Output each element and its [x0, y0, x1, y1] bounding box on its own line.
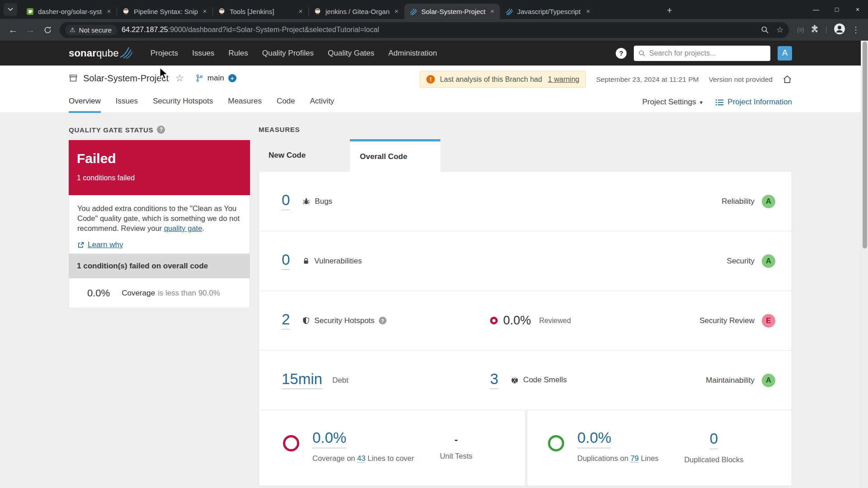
browser-tab-coverage[interactable]: Javascript/Typescript test cover × — [500, 4, 596, 19]
tab-title: Solar-System-Project — [421, 8, 486, 15]
project-information-link[interactable]: Project Information — [715, 98, 792, 107]
reload-button[interactable] — [40, 22, 55, 38]
tab-close-icon[interactable]: × — [488, 7, 496, 15]
project-search[interactable] — [634, 46, 770, 61]
condition-value: 0.0% — [87, 287, 110, 299]
reliability-rating-badge[interactable]: A — [762, 195, 775, 208]
security-chip[interactable]: ⚠ Not secure — [65, 25, 117, 35]
zoom-page-button[interactable] — [761, 26, 769, 34]
quality-gate-link[interactable]: quality gate — [164, 224, 202, 232]
browser-tab-gitea[interactable]: dasher-org/solar-system - solar × — [21, 4, 117, 19]
browser-menu-button[interactable]: ⋮ — [852, 25, 860, 35]
close-button[interactable]: × — [847, 0, 868, 19]
sonarqube-logo[interactable]: sonarqube — [69, 47, 132, 59]
tab-measures[interactable]: Measures — [228, 97, 262, 113]
navbar-item-quality-profiles[interactable]: Quality Profiles — [262, 49, 314, 58]
address-bar[interactable]: ⚠ Not secure 64.227.187.25:9000/dashboar… — [60, 22, 789, 38]
new-tab-button[interactable]: + — [663, 4, 676, 18]
tab-code[interactable]: Code — [277, 97, 295, 113]
navbar-item-quality-gates[interactable]: Quality Gates — [328, 49, 374, 58]
navbar-item-administration[interactable]: Administration — [388, 49, 437, 58]
tab-close-icon[interactable]: × — [297, 7, 305, 15]
failed-conditions-header: 1 condition(s) failed on overall code — [69, 254, 250, 278]
back-button[interactable]: ← — [5, 22, 21, 38]
security-review-rating-badge[interactable]: E — [762, 314, 775, 328]
forward-button[interactable]: → — [23, 22, 38, 38]
security-label: Security — [727, 257, 755, 266]
tab-issues[interactable]: Issues — [116, 97, 138, 113]
tab-close-icon[interactable]: × — [201, 7, 209, 15]
tab-close-icon[interactable]: × — [584, 7, 592, 15]
tab-activity[interactable]: Activity — [310, 97, 335, 113]
navbar-menu: Projects Issues Rules Quality Profiles Q… — [151, 49, 437, 58]
vulnerabilities-label: Vulnerabilities — [314, 257, 362, 266]
duplications-percent-link[interactable]: 0.0% — [577, 429, 611, 448]
navbar-item-rules[interactable]: Rules — [228, 49, 248, 58]
user-avatar[interactable]: A — [778, 46, 792, 61]
failed-condition-row[interactable]: 0.0% Coverage is less than 90.0% — [69, 278, 250, 308]
tab-close-icon[interactable]: × — [105, 7, 113, 15]
warning-icon: ! — [426, 75, 435, 84]
sonarqube-waves-icon — [120, 46, 132, 59]
duplicated-blocks-count-link[interactable]: 0 — [710, 430, 718, 449]
navbar-item-issues[interactable]: Issues — [192, 49, 214, 58]
hotspots-count-link[interactable]: 2 — [282, 312, 290, 329]
learn-why-link[interactable]: Learn why — [77, 240, 241, 249]
tab-title: jenkins / Gitea-Organization/so — [326, 8, 390, 15]
quality-gate-help-icon[interactable]: ? — [157, 126, 165, 134]
tab-overall-code[interactable]: Overall Code — [350, 139, 440, 172]
vulnerabilities-count-link[interactable]: 0 — [282, 252, 290, 270]
bugs-count-link[interactable]: 0 — [282, 192, 290, 210]
maintainability-rating-badge[interactable]: A — [762, 374, 775, 387]
measures-section-header: MEASURES — [259, 126, 300, 133]
tab-security-hotspots[interactable]: Security Hotspots — [153, 97, 213, 113]
browser-tabs: dasher-org/solar-system - solar × Pipeli… — [21, 4, 596, 19]
browser-tab-sonarqube-active[interactable]: Solar-System-Project × — [404, 4, 500, 19]
toolbar-separator: | — [826, 25, 827, 34]
hotspots-help-icon[interactable]: ? — [379, 317, 387, 324]
bugs-row: 0 Bugs Reliability A — [259, 172, 792, 231]
navbar-item-projects[interactable]: Projects — [151, 49, 178, 58]
profile-button[interactable] — [834, 23, 845, 37]
browser-tab-pipeline[interactable]: Pipeline Syntax: Snippet Genera × — [117, 4, 212, 19]
favorite-star-icon[interactable]: ☆ — [175, 73, 184, 84]
help-button[interactable]: ? — [616, 48, 627, 59]
duplications-lines-link[interactable]: 79 — [630, 454, 638, 463]
side-panel-icon[interactable]: (≡) — [797, 26, 804, 33]
condition-comparison: is less than 90.0% — [158, 289, 220, 298]
project-settings-dropdown[interactable]: Project Settings ▾ — [642, 98, 703, 107]
unit-tests-value: - — [429, 434, 483, 446]
branch-name: main — [208, 74, 224, 83]
code-smells-count-link[interactable]: 3 — [490, 371, 498, 389]
reviewed-ring-icon — [490, 317, 498, 324]
quality-gate-status-card: Failed 1 conditions failed — [69, 140, 250, 195]
reload-icon — [43, 26, 52, 34]
duplications-prefix: Duplications on — [577, 454, 628, 462]
browser-tab-tools[interactable]: Tools [Jenkins] × — [212, 4, 308, 19]
analysis-date: September 23, 2024 at 11:21 PM — [596, 75, 698, 84]
branch-add-icon[interactable]: + — [228, 74, 236, 82]
page-scrollbar[interactable] — [861, 41, 868, 488]
window-controls: — □ × — [806, 0, 868, 19]
tab-title: Pipeline Syntax: Snippet Genera — [134, 8, 198, 15]
security-rating-badge[interactable]: A — [762, 254, 775, 268]
coverage-lines-link[interactable]: 43 — [357, 454, 365, 463]
brand-text-bold: sonar — [69, 47, 96, 59]
debt-value-link[interactable]: 15min — [282, 371, 322, 389]
search-input[interactable] — [634, 46, 770, 61]
version-label: Version not provided — [709, 75, 773, 84]
tab-search-button[interactable] — [4, 3, 17, 16]
tab-new-code[interactable]: New Code — [259, 139, 350, 172]
home-icon[interactable] — [783, 75, 792, 84]
scrollbar-thumb[interactable] — [863, 42, 867, 249]
project-title: Solar-System-Project — [83, 73, 169, 84]
minimize-button[interactable]: — — [806, 0, 826, 19]
warning-count-link[interactable]: 1 warning — [548, 75, 579, 84]
coverage-percent-link[interactable]: 0.0% — [312, 429, 346, 448]
tab-overview[interactable]: Overview — [69, 97, 101, 113]
tab-close-icon[interactable]: × — [392, 7, 401, 15]
extensions-button[interactable] — [810, 24, 819, 35]
maximize-button[interactable]: □ — [826, 0, 847, 19]
bookmark-star-button[interactable]: ☆ — [776, 25, 783, 35]
browser-tab-jenkins-org[interactable]: jenkins / Gitea-Organization/so × — [308, 4, 404, 19]
